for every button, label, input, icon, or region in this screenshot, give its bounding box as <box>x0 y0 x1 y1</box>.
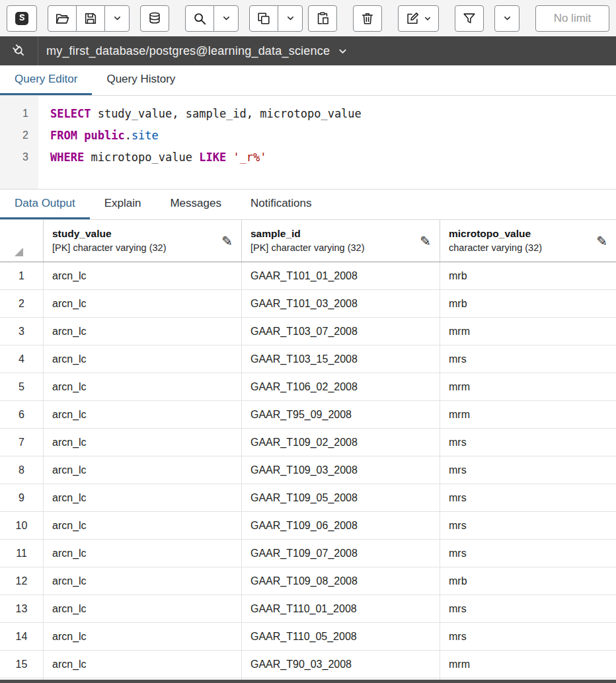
table-row[interactable]: 9arcn_lcGAAR_T109_05_2008mrs <box>0 484 616 512</box>
tab-messages[interactable]: Messages <box>155 190 235 219</box>
data-cell[interactable]: GAAR_T110_05_2008 <box>241 623 440 650</box>
data-cell[interactable]: arcn_lc <box>43 651 241 678</box>
row-number-cell[interactable]: 14 <box>0 623 43 650</box>
tab-query-editor[interactable]: Query Editor <box>0 65 92 95</box>
data-cell[interactable]: mrs <box>440 484 616 511</box>
data-cell[interactable]: GAAR_T110_01_2008 <box>241 595 440 622</box>
row-number-cell[interactable]: 11 <box>0 540 43 567</box>
row-number-cell[interactable]: 3 <box>0 318 43 345</box>
query-tool-button[interactable] <box>7 5 37 32</box>
save-data-changes-button[interactable] <box>140 5 169 32</box>
row-number-cell[interactable]: 1 <box>0 262 43 289</box>
data-cell[interactable]: mrm <box>440 318 616 345</box>
edit-column-icon[interactable]: ✎ <box>221 234 233 247</box>
table-row[interactable]: 11arcn_lcGAAR_T109_07_2008mrs <box>0 540 616 567</box>
filter-button[interactable] <box>455 5 484 32</box>
data-cell[interactable]: arcn_lc <box>43 318 241 345</box>
edit-column-icon[interactable]: ✎ <box>420 234 431 247</box>
data-cell[interactable]: arcn_lc <box>43 595 241 622</box>
table-row[interactable]: 4arcn_lcGAAR_T103_15_2008mrs <box>0 345 616 373</box>
data-cell[interactable]: mrs <box>440 595 616 622</box>
tab-data-output[interactable]: Data Output <box>0 190 90 219</box>
copy-options-button[interactable] <box>278 5 303 32</box>
data-cell[interactable]: mrs <box>440 429 616 456</box>
data-cell[interactable]: GAAR_T109_07_2008 <box>241 540 440 567</box>
data-cell[interactable]: arcn_lc <box>43 262 241 289</box>
table-row[interactable]: 6arcn_lcGAAR_T95_09_2008mrm <box>0 401 616 429</box>
data-cell[interactable]: arcn_lc <box>43 290 241 317</box>
data-cell[interactable]: mrs <box>440 623 616 650</box>
table-row[interactable]: 15arcn_lcGAAR_T90_03_2008mrm <box>0 651 616 678</box>
data-cell[interactable]: arcn_lc <box>43 373 241 400</box>
table-row[interactable]: 3arcn_lcGAAR_T103_07_2008mrm <box>0 318 616 345</box>
row-number-cell[interactable]: 12 <box>0 567 43 594</box>
table-row[interactable]: 1arcn_lcGAAR_T101_01_2008mrb <box>0 262 616 290</box>
table-row[interactable]: 10arcn_lcGAAR_T109_06_2008mrs <box>0 512 616 540</box>
edit-menu-button[interactable] <box>398 5 439 32</box>
tab-query-history[interactable]: Query History <box>92 65 190 95</box>
row-limit-button[interactable]: No limit <box>535 5 609 32</box>
data-cell[interactable]: arcn_lc <box>43 484 241 511</box>
data-cell[interactable]: arcn_lc <box>43 429 241 456</box>
row-number-cell[interactable]: 10 <box>0 512 43 539</box>
data-cell[interactable]: GAAR_T103_07_2008 <box>241 318 440 345</box>
data-cell[interactable]: GAAR_T109_03_2008 <box>241 456 440 484</box>
data-cell[interactable]: arcn_lc <box>43 401 241 428</box>
paste-button[interactable] <box>308 5 337 32</box>
edit-column-icon[interactable]: ✎ <box>596 234 607 247</box>
data-cell[interactable]: mrm <box>440 651 616 678</box>
find-options-button[interactable] <box>213 5 239 32</box>
delete-button[interactable] <box>353 5 382 32</box>
tab-explain[interactable]: Explain <box>90 190 156 219</box>
data-cell[interactable]: GAAR_T109_02_2008 <box>241 429 440 456</box>
row-number-cell[interactable]: 13 <box>0 595 43 622</box>
column-header-study-value[interactable]: study_value [PK] character varying (32) … <box>43 220 241 262</box>
data-cell[interactable]: arcn_lc <box>43 623 241 650</box>
data-cell[interactable]: GAAR_T101_03_2008 <box>241 290 440 317</box>
data-cell[interactable]: GAAR_T103_15_2008 <box>241 345 440 373</box>
tab-notifications[interactable]: Notifications <box>236 190 327 219</box>
row-number-cell[interactable]: 15 <box>0 651 43 678</box>
data-cell[interactable]: mrs <box>440 345 616 373</box>
save-file-button[interactable] <box>76 5 105 32</box>
data-cell[interactable]: mrm <box>440 401 616 428</box>
row-number-cell[interactable]: 8 <box>0 456 43 484</box>
table-row[interactable]: 7arcn_lcGAAR_T109_02_2008mrs <box>0 429 616 456</box>
data-cell[interactable]: arcn_lc <box>43 456 241 484</box>
data-cell[interactable]: arcn_lc <box>43 345 241 373</box>
data-cell[interactable]: mrs <box>440 512 616 539</box>
table-row[interactable]: 8arcn_lcGAAR_T109_03_2008mrs <box>0 456 616 484</box>
data-cell[interactable]: GAAR_T90_03_2008 <box>241 651 440 678</box>
data-cell[interactable]: arcn_lc <box>43 567 241 594</box>
code-line[interactable]: 2FROM public.site <box>0 124 616 146</box>
data-cell[interactable]: GAAR_T95_09_2008 <box>241 401 440 428</box>
data-cell[interactable]: mrb <box>440 262 616 289</box>
data-cell[interactable]: mrs <box>440 456 616 484</box>
data-cell[interactable]: GAAR_T109_08_2008 <box>241 567 440 594</box>
copy-button[interactable] <box>249 5 278 32</box>
select-all-corner[interactable] <box>0 220 43 262</box>
data-cell[interactable]: mrs <box>440 540 616 567</box>
column-header-sample-id[interactable]: sample_id [PK] character varying (32) ✎ <box>241 220 440 262</box>
data-cell[interactable]: GAAR_T101_01_2008 <box>241 262 440 289</box>
row-number-cell[interactable]: 9 <box>0 484 43 511</box>
data-cell[interactable]: GAAR_T109_06_2008 <box>241 512 440 539</box>
row-number-cell[interactable]: 5 <box>0 373 43 400</box>
row-number-cell[interactable]: 6 <box>0 401 43 428</box>
data-cell[interactable]: mrb <box>440 290 616 317</box>
open-file-button[interactable] <box>48 5 77 32</box>
code-line[interactable]: 3WHERE microtopo_value LIKE '_r%' <box>0 146 616 168</box>
table-row[interactable]: 5arcn_lcGAAR_T106_02_2008mrm <box>0 373 616 401</box>
table-row[interactable]: 12arcn_lcGAAR_T109_08_2008mrb <box>0 567 616 595</box>
find-button[interactable] <box>185 5 214 32</box>
table-row[interactable]: 2arcn_lcGAAR_T101_03_2008mrb <box>0 290 616 318</box>
table-row[interactable]: 14arcn_lcGAAR_T110_05_2008mrs <box>0 623 616 651</box>
data-cell[interactable]: mrb <box>440 567 616 594</box>
code-line[interactable]: 1SELECT study_value, sample_id, microtop… <box>0 102 616 124</box>
row-number-cell[interactable]: 2 <box>0 290 43 317</box>
row-number-cell[interactable]: 4 <box>0 345 43 373</box>
data-cell[interactable]: mrm <box>440 373 616 400</box>
connection-selector[interactable]: my_first_database/postgres@learning_data… <box>38 44 348 58</box>
save-options-button[interactable] <box>104 5 130 32</box>
data-cell[interactable]: arcn_lc <box>43 540 241 567</box>
